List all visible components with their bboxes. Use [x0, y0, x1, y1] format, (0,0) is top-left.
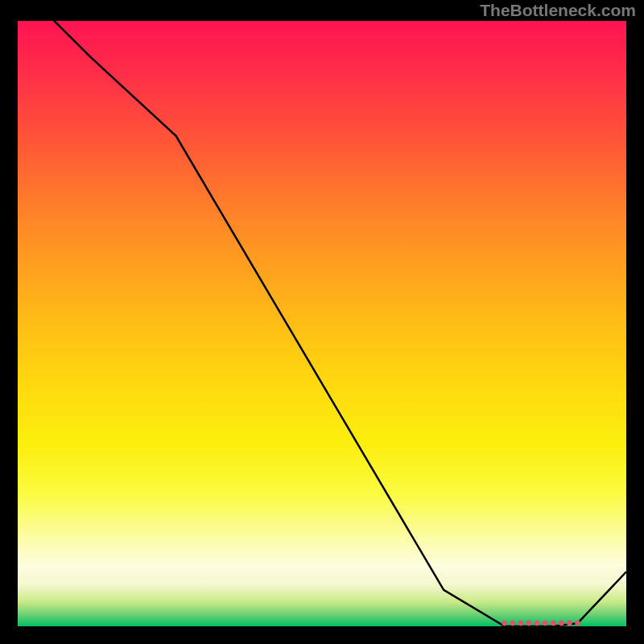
- plot-svg: [18, 21, 626, 626]
- highlight-dot: [575, 621, 580, 626]
- plot-area: [18, 21, 626, 626]
- highlight-dot: [535, 621, 540, 626]
- highlight-dot: [510, 621, 516, 626]
- highlight-dots: [502, 621, 580, 626]
- highlight-dot: [526, 621, 532, 626]
- highlight-dot: [551, 621, 556, 626]
- highlight-dot: [543, 621, 548, 626]
- highlight-dot: [502, 621, 507, 626]
- main-curve: [18, 21, 626, 626]
- attribution-text: TheBottleneck.com: [480, 0, 636, 21]
- highlight-dot: [559, 621, 564, 626]
- highlight-dot: [518, 621, 524, 626]
- chart-container: TheBottleneck.com: [0, 0, 644, 644]
- highlight-dot: [567, 621, 572, 626]
